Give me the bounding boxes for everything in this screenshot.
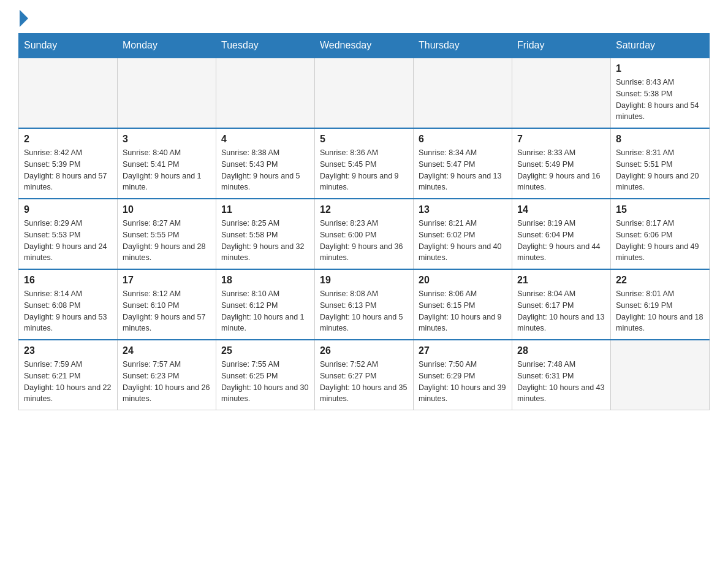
day-number: 8 (616, 134, 704, 145)
day-info: Sunrise: 8:01 AMSunset: 6:19 PMDaylight:… (616, 288, 704, 334)
logo-arrow-icon (20, 10, 28, 27)
day-number: 24 (123, 345, 211, 356)
calendar-cell: 15Sunrise: 8:17 AMSunset: 6:06 PMDayligh… (611, 199, 710, 269)
calendar-cell (611, 340, 710, 410)
day-info: Sunrise: 7:52 AMSunset: 6:27 PMDaylight:… (320, 359, 408, 405)
day-info: Sunrise: 8:04 AMSunset: 6:17 PMDaylight:… (517, 288, 605, 334)
calendar-cell: 25Sunrise: 7:55 AMSunset: 6:25 PMDayligh… (216, 340, 315, 410)
calendar-cell: 13Sunrise: 8:21 AMSunset: 6:02 PMDayligh… (414, 199, 512, 269)
day-number: 10 (123, 204, 211, 215)
calendar-cell (512, 58, 611, 128)
day-info: Sunrise: 7:59 AMSunset: 6:21 PMDaylight:… (24, 359, 112, 405)
calendar-cell: 19Sunrise: 8:08 AMSunset: 6:13 PMDayligh… (315, 269, 414, 340)
day-info: Sunrise: 8:19 AMSunset: 6:04 PMDaylight:… (517, 218, 605, 264)
day-info: Sunrise: 8:12 AMSunset: 6:10 PMDaylight:… (123, 288, 211, 334)
day-number: 18 (221, 275, 309, 286)
day-number: 23 (24, 345, 112, 356)
day-number: 19 (320, 275, 408, 286)
day-number: 13 (419, 204, 507, 215)
day-number: 11 (221, 204, 309, 215)
calendar-week-row: 9Sunrise: 8:29 AMSunset: 5:53 PMDaylight… (19, 199, 710, 269)
day-info: Sunrise: 8:25 AMSunset: 5:58 PMDaylight:… (221, 218, 309, 264)
calendar-cell: 27Sunrise: 7:50 AMSunset: 6:29 PMDayligh… (414, 340, 512, 410)
calendar-cell: 14Sunrise: 8:19 AMSunset: 6:04 PMDayligh… (512, 199, 611, 269)
calendar-table: SundayMondayTuesdayWednesdayThursdayFrid… (18, 33, 710, 410)
day-info: Sunrise: 8:21 AMSunset: 6:02 PMDaylight:… (419, 218, 507, 264)
day-number: 26 (320, 345, 408, 356)
calendar-header-row: SundayMondayTuesdayWednesdayThursdayFrid… (19, 34, 710, 58)
day-number: 27 (419, 345, 507, 356)
day-info: Sunrise: 8:27 AMSunset: 5:55 PMDaylight:… (123, 218, 211, 264)
calendar-cell: 20Sunrise: 8:06 AMSunset: 6:15 PMDayligh… (414, 269, 512, 340)
day-info: Sunrise: 7:50 AMSunset: 6:29 PMDaylight:… (419, 359, 507, 405)
calendar-week-row: 16Sunrise: 8:14 AMSunset: 6:08 PMDayligh… (19, 269, 710, 340)
day-number: 6 (419, 134, 507, 145)
day-info: Sunrise: 8:08 AMSunset: 6:13 PMDaylight:… (320, 288, 408, 334)
day-info: Sunrise: 8:23 AMSunset: 6:00 PMDaylight:… (320, 218, 408, 264)
day-number: 1 (616, 63, 704, 74)
day-number: 5 (320, 134, 408, 145)
day-info: Sunrise: 8:17 AMSunset: 6:06 PMDaylight:… (616, 218, 704, 264)
calendar-cell: 24Sunrise: 7:57 AMSunset: 6:23 PMDayligh… (118, 340, 216, 410)
day-number: 9 (24, 204, 112, 215)
weekday-header-wednesday: Wednesday (315, 34, 414, 58)
day-info: Sunrise: 8:38 AMSunset: 5:43 PMDaylight:… (221, 147, 309, 193)
weekday-header-tuesday: Tuesday (216, 34, 315, 58)
calendar-week-row: 1Sunrise: 8:43 AMSunset: 5:38 PMDaylight… (19, 58, 710, 128)
weekday-header-monday: Monday (118, 34, 216, 58)
day-info: Sunrise: 8:29 AMSunset: 5:53 PMDaylight:… (24, 218, 112, 264)
calendar-cell: 18Sunrise: 8:10 AMSunset: 6:12 PMDayligh… (216, 269, 315, 340)
calendar-cell (19, 58, 118, 128)
calendar-cell: 4Sunrise: 8:38 AMSunset: 5:43 PMDaylight… (216, 128, 315, 199)
weekday-header-saturday: Saturday (611, 34, 710, 58)
day-info: Sunrise: 8:31 AMSunset: 5:51 PMDaylight:… (616, 147, 704, 193)
calendar-cell: 2Sunrise: 8:42 AMSunset: 5:39 PMDaylight… (19, 128, 118, 199)
day-info: Sunrise: 7:55 AMSunset: 6:25 PMDaylight:… (221, 359, 309, 405)
day-info: Sunrise: 7:57 AMSunset: 6:23 PMDaylight:… (123, 359, 211, 405)
calendar-cell (118, 58, 216, 128)
day-number: 17 (123, 275, 211, 286)
calendar-week-row: 2Sunrise: 8:42 AMSunset: 5:39 PMDaylight… (19, 128, 710, 199)
day-number: 7 (517, 134, 605, 145)
day-number: 14 (517, 204, 605, 215)
calendar-cell: 17Sunrise: 8:12 AMSunset: 6:10 PMDayligh… (118, 269, 216, 340)
day-number: 3 (123, 134, 211, 145)
weekday-header-friday: Friday (512, 34, 611, 58)
page-header (18, 12, 710, 27)
calendar-cell: 12Sunrise: 8:23 AMSunset: 6:00 PMDayligh… (315, 199, 414, 269)
calendar-cell: 23Sunrise: 7:59 AMSunset: 6:21 PMDayligh… (19, 340, 118, 410)
calendar-cell: 26Sunrise: 7:52 AMSunset: 6:27 PMDayligh… (315, 340, 414, 410)
day-number: 28 (517, 345, 605, 356)
day-info: Sunrise: 7:48 AMSunset: 6:31 PMDaylight:… (517, 359, 605, 405)
day-number: 12 (320, 204, 408, 215)
day-number: 21 (517, 275, 605, 286)
calendar-cell: 5Sunrise: 8:36 AMSunset: 5:45 PMDaylight… (315, 128, 414, 199)
day-number: 22 (616, 275, 704, 286)
calendar-cell (315, 58, 414, 128)
day-info: Sunrise: 8:43 AMSunset: 5:38 PMDaylight:… (616, 77, 704, 123)
day-number: 16 (24, 275, 112, 286)
day-number: 4 (221, 134, 309, 145)
weekday-header-thursday: Thursday (414, 34, 512, 58)
day-number: 25 (221, 345, 309, 356)
weekday-header-sunday: Sunday (19, 34, 118, 58)
day-info: Sunrise: 8:40 AMSunset: 5:41 PMDaylight:… (123, 147, 211, 193)
day-info: Sunrise: 8:42 AMSunset: 5:39 PMDaylight:… (24, 147, 112, 193)
calendar-cell: 7Sunrise: 8:33 AMSunset: 5:49 PMDaylight… (512, 128, 611, 199)
calendar-cell: 11Sunrise: 8:25 AMSunset: 5:58 PMDayligh… (216, 199, 315, 269)
calendar-cell: 9Sunrise: 8:29 AMSunset: 5:53 PMDaylight… (19, 199, 118, 269)
calendar-cell: 6Sunrise: 8:34 AMSunset: 5:47 PMDaylight… (414, 128, 512, 199)
day-info: Sunrise: 8:36 AMSunset: 5:45 PMDaylight:… (320, 147, 408, 193)
calendar-cell (216, 58, 315, 128)
day-number: 20 (419, 275, 507, 286)
day-info: Sunrise: 8:10 AMSunset: 6:12 PMDaylight:… (221, 288, 309, 334)
calendar-cell (414, 58, 512, 128)
calendar-cell: 8Sunrise: 8:31 AMSunset: 5:51 PMDaylight… (611, 128, 710, 199)
logo (18, 12, 28, 27)
calendar-cell: 3Sunrise: 8:40 AMSunset: 5:41 PMDaylight… (118, 128, 216, 199)
calendar-cell: 28Sunrise: 7:48 AMSunset: 6:31 PMDayligh… (512, 340, 611, 410)
calendar-cell: 16Sunrise: 8:14 AMSunset: 6:08 PMDayligh… (19, 269, 118, 340)
day-number: 2 (24, 134, 112, 145)
calendar-cell: 22Sunrise: 8:01 AMSunset: 6:19 PMDayligh… (611, 269, 710, 340)
calendar-cell: 10Sunrise: 8:27 AMSunset: 5:55 PMDayligh… (118, 199, 216, 269)
